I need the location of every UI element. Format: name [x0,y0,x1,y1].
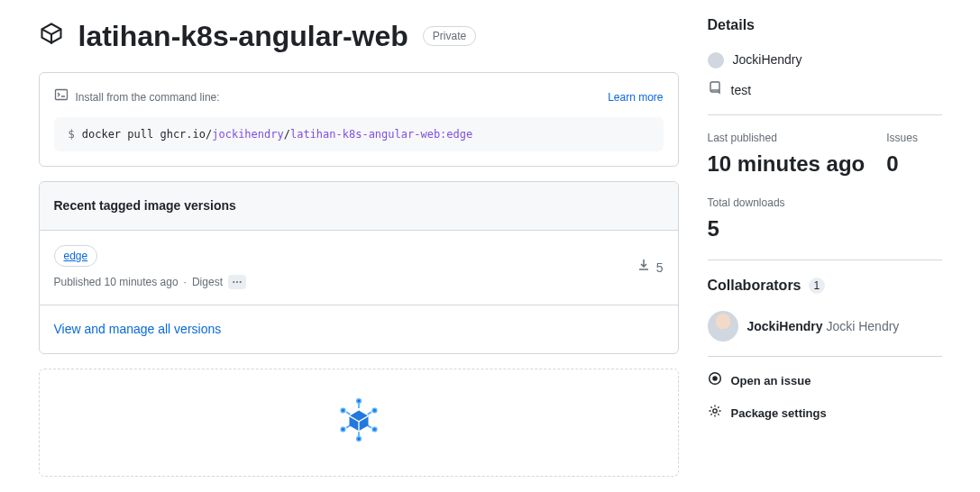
svg-point-7 [356,437,360,441]
svg-point-4 [356,399,360,403]
container-art-icon [334,395,384,451]
svg-point-12 [712,408,716,412]
gear-icon [708,404,722,424]
manage-versions-link[interactable]: View and manage all versions [54,322,222,336]
last-published-value: 10 minutes ago [708,148,866,180]
container-icon [39,21,64,51]
package-settings-link[interactable]: Package settings [708,404,942,424]
svg-point-1 [233,281,234,283]
svg-point-11 [713,377,717,380]
issue-icon [708,371,722,391]
repo-icon [708,80,722,100]
versions-box: Recent tagged image versions edge Publis… [39,181,679,354]
package-title: latihan-k8s-angular-web [78,14,408,58]
download-count: 5 [656,259,664,278]
prompt: $ [69,126,75,142]
issues-label: Issues [886,130,918,146]
install-box: Install from the command line: Learn mor… [39,72,679,167]
svg-point-8 [341,427,344,431]
downloads-label: Total downloads [708,195,942,211]
digest-label: Digest [192,274,223,290]
avatar-icon [708,311,738,342]
published-text: Published 10 minutes ago [54,274,179,290]
svg-point-6 [372,427,376,431]
svg-point-2 [236,281,238,283]
svg-point-9 [341,408,344,412]
version-item: edge Published 10 minutes ago · Digest [40,231,678,305]
svg-rect-0 [55,90,67,100]
kebab-icon[interactable] [228,275,246,289]
collaborator-item[interactable]: JockiHendry Jocki Hendry [708,311,942,342]
avatar-icon [708,52,724,68]
open-issue-link[interactable]: Open an issue [708,371,942,391]
readme-placeholder [39,369,679,477]
versions-heading: Recent tagged image versions [40,182,678,231]
install-command[interactable]: $ docker pull ghcr.io/jockihendry/latiha… [54,117,664,151]
terminal-icon [54,87,69,106]
details-heading: Details [708,14,942,36]
install-label: Install from the command line: [76,89,220,105]
collaborators-heading: Collaborators 1 [708,275,942,296]
visibility-badge: Private [423,26,476,46]
svg-point-3 [240,281,242,283]
issues-value: 0 [886,148,918,180]
learn-more-link[interactable]: Learn more [608,89,663,105]
downloads-value: 5 [708,213,942,245]
owner-link[interactable]: JockiHendry [708,50,942,69]
page-header: latihan-k8s-angular-web Private [39,14,679,58]
repo-link[interactable]: test [708,80,942,100]
command-text: docker pull ghcr.io/jockihendry/latihan-… [82,126,473,142]
version-tag[interactable]: edge [54,245,98,267]
svg-point-5 [372,408,376,412]
collaborators-count: 1 [809,278,826,294]
last-published-label: Last published [708,130,866,146]
sidebar: Details JockiHendry test Last published … [708,14,942,477]
download-icon [637,258,651,278]
